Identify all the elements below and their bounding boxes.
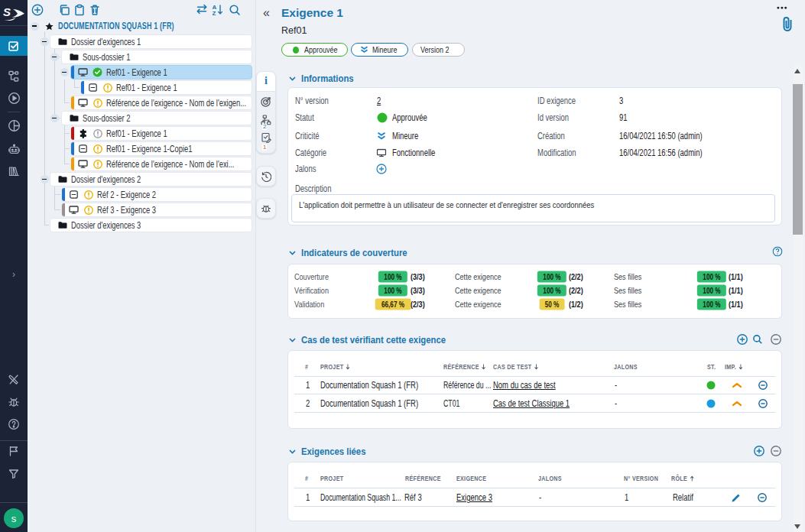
svg-text:Z: Z <box>213 10 216 16</box>
svg-text:S: S <box>3 5 11 18</box>
